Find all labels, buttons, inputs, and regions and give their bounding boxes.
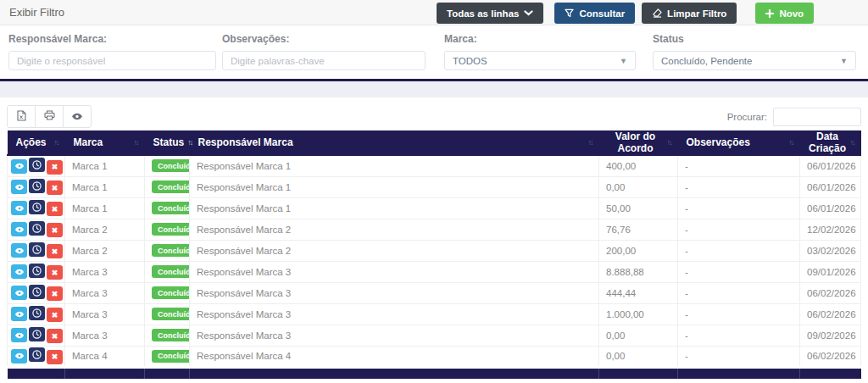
column-visibility-button[interactable] [63,105,92,128]
marca-select-value: TODOS [453,56,487,66]
eraser-icon [652,8,662,18]
actions-cell: ✖ [8,261,65,282]
sort-icon: ↑↓ [786,138,793,147]
status-select[interactable]: Concluído, Pendente ▼ [653,51,856,70]
data-criacao-cell: 06/02/2026 [800,303,861,325]
field-marca: Marca: TODOS ▼ [444,33,636,79]
new-button-label: Novo [779,8,804,19]
responsavel-cell: Responsável Marca 3 [190,303,599,325]
view-eye-icon[interactable] [11,307,27,321]
column-header-observacoes[interactable]: Observações↑↓ [678,130,800,155]
column-header-data-criacao[interactable]: Data Criação↑↓ [800,130,861,155]
valor-cell: 444,44 [599,282,678,303]
view-eye-icon[interactable] [11,222,27,236]
responsavel-marca-label: Responsável Marca: [8,33,216,45]
status-cell: Concluído [145,325,190,346]
history-clock-icon[interactable] [29,242,45,257]
marca-cell: Marca 2 [65,240,145,261]
actions-cell: ✖ [8,155,65,176]
observacoes-input[interactable] [222,51,426,70]
section-divider [0,81,868,97]
consult-button[interactable]: Consultar [554,3,635,24]
filter-panel-header: Exibir Filtro Todas as linhas Consultar … [0,0,868,25]
history-clock-icon[interactable] [29,179,45,193]
observacoes-cell: - [678,155,800,176]
delete-x-icon[interactable]: ✖ [47,329,63,343]
status-cell: Concluído [145,346,190,367]
status-badge: Concluído [152,308,190,320]
delete-x-icon[interactable]: ✖ [47,160,63,175]
marca-cell: Marca 3 [65,261,145,282]
delete-x-icon[interactable]: ✖ [47,308,63,322]
marca-select[interactable]: TODOS ▼ [444,51,636,70]
export-file-icon [17,110,26,124]
print-button[interactable] [35,105,64,128]
status-cell: Concluído [145,155,190,176]
column-header-status[interactable]: Status↑↓ [145,130,190,155]
field-responsavel-marca: Responsável Marca: [8,33,216,79]
actions-cell: ✖ [8,325,65,346]
view-eye-icon[interactable] [11,264,27,279]
history-clock-icon[interactable] [29,221,45,236]
observacoes-cell: - [678,303,800,325]
delete-x-icon[interactable]: ✖ [47,350,63,364]
clear-filter-label: Limpar Filtro [667,8,726,19]
delete-x-icon[interactable]: ✖ [47,180,63,195]
marca-cell: Marca 3 [65,303,145,325]
table-row: ✖Marca 3ConcluídoResponsável Marca 38.88… [8,261,861,282]
history-clock-icon[interactable] [29,158,45,172]
valor-cell: 0,00 [599,346,678,367]
history-clock-icon[interactable] [29,306,45,320]
filter-funnel-icon [565,8,574,18]
valor-cell: 76,76 [599,219,678,240]
view-eye-icon[interactable] [11,286,27,300]
delete-x-icon[interactable]: ✖ [47,223,63,237]
column-header-responsavel-marca[interactable]: Responsável Marca↑↓ [190,130,599,155]
valor-cell: 400,00 [599,155,678,176]
history-clock-icon[interactable] [29,264,45,278]
sort-icon: ↑↓ [51,138,58,147]
view-eye-icon[interactable] [11,159,27,174]
column-visibility-eye-icon [71,110,83,123]
table-row: ✖Marca 3ConcluídoResponsável Marca 30,00… [8,325,861,346]
delete-x-icon[interactable]: ✖ [47,265,63,280]
marca-cell: Marca 1 [65,176,145,197]
view-eye-icon[interactable] [11,349,27,364]
sort-icon: ↑↓ [184,138,192,147]
field-observacoes: Observações: [222,33,426,79]
rows-per-page-dropdown[interactable]: Todas as linhas [437,3,543,24]
export-file-button[interactable] [7,105,36,128]
delete-x-icon[interactable]: ✖ [47,202,63,216]
marca-cell: Marca 3 [65,325,145,346]
delete-x-icon[interactable]: ✖ [47,244,63,258]
column-header-valor-do-acordo[interactable]: Valor do Acordo↑↓ [599,130,678,155]
history-clock-icon[interactable] [29,200,45,214]
view-eye-icon[interactable] [11,180,27,194]
responsavel-marca-input[interactable] [8,51,216,70]
actions-cell: ✖ [8,176,65,197]
clear-filter-button[interactable]: Limpar Filtro [642,3,737,24]
column-header-acoes[interactable]: Ações↑↓ [8,130,65,155]
column-header-marca[interactable]: Marca↑↓ [65,130,145,155]
view-eye-icon[interactable] [11,328,27,342]
status-badge: Concluído [152,159,190,172]
valor-cell: 1.000,00 [599,303,678,325]
new-button[interactable]: Novo [755,3,814,24]
search-input[interactable] [773,108,861,126]
consult-button-label: Consultar [579,8,625,19]
history-clock-icon[interactable] [29,347,45,362]
status-badge: Concluído [152,180,190,193]
table-body: ✖Marca 1ConcluídoResponsável Marca 1400,… [8,155,861,367]
table-toolbar: Procurar: [7,105,861,128]
history-clock-icon[interactable] [29,327,45,341]
table-row: ✖Marca 4ConcluídoResponsável Marca 40,00… [8,346,861,367]
status-cell: Concluído [145,261,190,282]
view-eye-icon[interactable] [11,201,27,215]
marca-cell: Marca 3 [65,282,145,303]
sort-icon: ↑↓ [847,138,854,147]
history-clock-icon[interactable] [29,285,45,299]
delete-x-icon[interactable]: ✖ [47,286,63,301]
actions-cell: ✖ [8,240,65,261]
status-badge: Concluído [152,265,190,278]
view-eye-icon[interactable] [11,243,27,258]
